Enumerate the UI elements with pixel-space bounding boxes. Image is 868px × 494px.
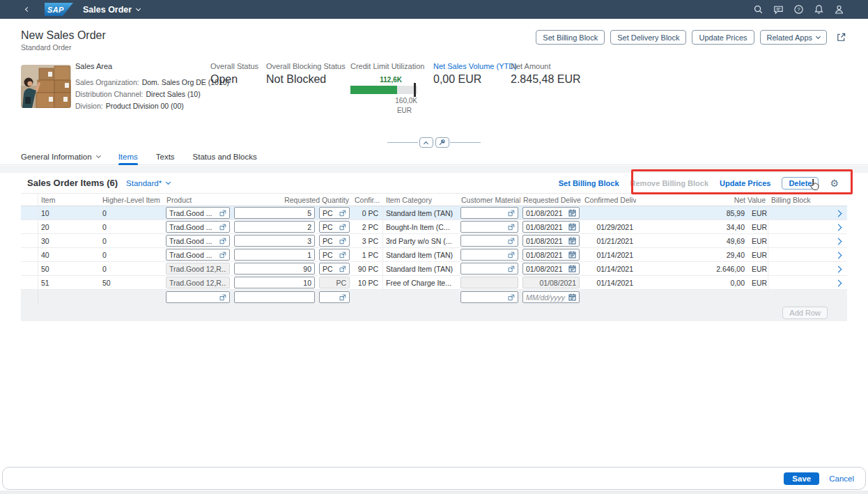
save-button[interactable]: Save (784, 472, 819, 485)
tab-texts[interactable]: Texts (156, 148, 175, 165)
value-help-icon[interactable] (219, 224, 226, 231)
requested-quantity-input[interactable]: 2 (234, 221, 315, 233)
table-row[interactable]: 10 0 Trad.Good ... 5 PC 0 PC Standard It… (21, 206, 847, 220)
table-row[interactable]: 30 0 Trad.Good ... 3 PC 3 PC 3rd Party w… (21, 234, 847, 248)
pin-header-button[interactable] (435, 137, 449, 148)
customer-material-input[interactable] (460, 263, 518, 275)
requested-quantity-input[interactable]: 5 (234, 207, 315, 219)
back-button[interactable] (21, 3, 33, 16)
cancel-button[interactable]: Cancel (829, 474, 854, 483)
requested-quantity-input[interactable]: 10 (234, 277, 315, 288)
value-help-icon[interactable] (219, 252, 226, 258)
delete-button[interactable]: Delete (782, 177, 819, 190)
value-help-icon[interactable] (219, 294, 226, 301)
collapse-header-button[interactable] (419, 137, 433, 148)
row-navigation-chevron[interactable] (835, 279, 842, 286)
row-navigation-chevron[interactable] (835, 252, 842, 258)
user-avatar-icon[interactable] (833, 4, 844, 15)
update-prices-button[interactable]: Update Prices (692, 30, 754, 45)
product-input[interactable]: Trad.Good ... (166, 207, 230, 219)
calendar-icon[interactable] (568, 237, 576, 245)
value-help-icon[interactable] (219, 210, 226, 217)
customer-material-input[interactable] (460, 235, 518, 247)
net-amount-value: 2.845,48 EUR (511, 73, 581, 86)
value-help-icon[interactable] (339, 252, 346, 258)
calendar-icon[interactable] (568, 209, 576, 217)
net-sales-volume-link[interactable]: Net Sales Volume (YTD) (433, 62, 517, 70)
row-navigation-chevron[interactable] (835, 238, 842, 245)
value-help-icon[interactable] (508, 265, 515, 272)
footer-bar: Save Cancel (2, 467, 866, 490)
requested-quantity-input[interactable]: 1 (234, 249, 315, 261)
requested-delivery-date-input[interactable]: MM/dd/yyyy (522, 291, 580, 303)
table-update-prices-button[interactable]: Update Prices (720, 179, 770, 187)
search-icon[interactable] (752, 4, 764, 15)
customer-material-input[interactable] (460, 291, 518, 303)
table-row[interactable]: 51 50 Trad.Good 12,R... 10 PC 10 PC Free… (21, 276, 847, 290)
value-help-icon[interactable] (508, 252, 515, 258)
table-row[interactable]: 50 0 Trad.Good 12,R... 90 PC 90 PC Stand… (21, 262, 847, 276)
value-help-icon[interactable] (339, 210, 346, 217)
tab-status-and-blocks[interactable]: Status and Blocks (193, 148, 257, 165)
value-help-icon[interactable] (339, 294, 346, 301)
product-input[interactable]: Trad.Good ... (166, 235, 230, 247)
requested-delivery-date-input[interactable]: 01/08/2021 (522, 221, 580, 233)
product-input[interactable]: Trad.Good ... (166, 249, 230, 261)
table-row[interactable]: 20 0 Trad.Good ... 2 PC 2 PC Bought-In I… (21, 220, 847, 234)
unit-input[interactable]: PC (319, 249, 350, 261)
unit-input[interactable]: PC (319, 221, 350, 233)
set-billing-block-button[interactable]: Set Billing Block (536, 30, 605, 45)
variant-selector[interactable]: Standard* (126, 179, 170, 187)
row-navigation-chevron[interactable] (835, 265, 842, 272)
calendar-icon[interactable] (568, 293, 576, 301)
table-settings-gear-icon[interactable]: ⚙ (830, 178, 839, 188)
unit-input[interactable]: PC (319, 263, 350, 275)
value-help-icon[interactable] (508, 210, 515, 217)
requested-quantity-input[interactable]: 3 (234, 235, 315, 247)
calendar-icon[interactable] (568, 265, 576, 272)
notifications-icon[interactable] (813, 4, 824, 15)
value-help-icon[interactable] (508, 224, 515, 231)
table-set-billing-block-button[interactable]: Set Billing Block (559, 179, 619, 187)
requested-delivery-date-input[interactable]: 01/08/2021 (522, 263, 580, 275)
value-help-icon[interactable] (508, 294, 515, 301)
overall-status-value: Open (210, 73, 258, 86)
value-help-icon[interactable] (339, 224, 346, 231)
related-apps-button[interactable]: Related Apps (760, 30, 827, 45)
sap-logo: SAP (45, 3, 73, 16)
requested-delivery-date-input[interactable]: 01/08/2021 (522, 249, 580, 261)
customer-material-input[interactable] (460, 221, 518, 233)
table-remove-billing-block-button[interactable]: Remove Billing Block (630, 179, 708, 187)
value-help-icon[interactable] (508, 238, 515, 245)
calendar-icon[interactable] (568, 223, 576, 231)
add-row-button[interactable]: Add Row (782, 307, 828, 319)
row-navigation-chevron[interactable] (835, 210, 842, 217)
customer-material-input[interactable] (460, 249, 518, 261)
facet-credit-limit-utilization: Credit Limit Utilization 112,6K 160,0K E… (350, 62, 424, 114)
help-icon[interactable]: ? (793, 4, 804, 15)
requested-quantity-input[interactable]: 90 (234, 263, 315, 275)
product-input[interactable] (166, 291, 230, 303)
tab-items[interactable]: Items (118, 148, 138, 165)
app-title-menu[interactable]: Sales Order (83, 5, 140, 15)
customer-material-input[interactable] (460, 207, 518, 219)
feedback-icon[interactable] (773, 4, 784, 15)
sales-area-title: Sales Area (75, 62, 229, 70)
value-help-icon[interactable] (219, 238, 226, 245)
table-row[interactable]: 40 0 Trad.Good ... 1 PC 1 PC Standard It… (21, 248, 847, 262)
value-help-icon[interactable] (339, 265, 346, 272)
share-icon[interactable] (835, 32, 846, 43)
tab-general-information[interactable]: General Information (21, 148, 100, 165)
value-help-icon[interactable] (339, 238, 346, 245)
set-delivery-block-button[interactable]: Set Delivery Block (610, 30, 686, 45)
requested-delivery-date-input[interactable]: 01/08/2021 (522, 235, 580, 247)
unit-input[interactable] (319, 291, 350, 303)
product-input[interactable]: Trad.Good ... (166, 221, 230, 233)
unit-input[interactable]: PC (319, 235, 350, 247)
unit-input[interactable]: PC (319, 207, 350, 219)
requested-delivery-date-input[interactable]: 01/08/2021 (522, 207, 580, 219)
cell-net-value: 29,40 (636, 251, 747, 259)
calendar-icon[interactable] (568, 251, 576, 258)
row-navigation-chevron[interactable] (835, 224, 842, 231)
requested-quantity-input[interactable] (234, 291, 315, 303)
